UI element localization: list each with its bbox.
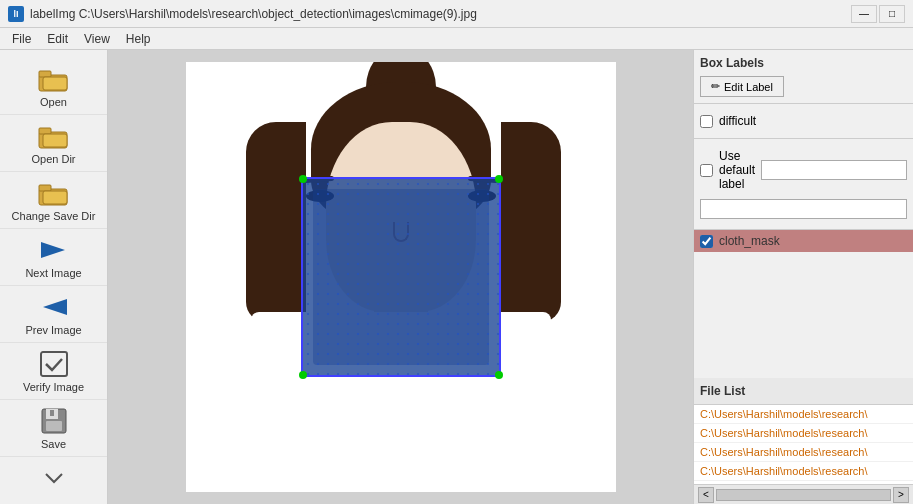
edit-label-button[interactable]: ✏ Edit Label xyxy=(700,76,784,97)
more-button[interactable] xyxy=(0,457,107,499)
change-save-dir-label: Change Save Dir xyxy=(12,210,96,222)
menu-edit[interactable]: Edit xyxy=(39,30,76,48)
open-icon xyxy=(36,64,72,94)
pencil-icon: ✏ xyxy=(711,80,720,93)
verify-image-icon xyxy=(36,349,72,379)
svg-rect-14 xyxy=(46,421,62,431)
file-item[interactable]: C:\Users\Harshil\models\research\ xyxy=(694,462,913,481)
open-dir-label: Open Dir xyxy=(31,153,75,165)
save-icon xyxy=(36,406,72,436)
window-title: labelImg C:\Users\Harshil\models\researc… xyxy=(30,7,851,21)
annotation-box[interactable] xyxy=(301,177,501,377)
open-dir-button[interactable]: Open Dir xyxy=(0,115,107,172)
handle-bottom-left[interactable] xyxy=(299,371,307,379)
label-checkbox-cloth-mask[interactable] xyxy=(700,235,713,248)
use-default-label-text: Use default label xyxy=(719,149,755,191)
handle-top-right[interactable] xyxy=(495,175,503,183)
svg-rect-1 xyxy=(39,71,51,77)
annotated-image xyxy=(186,62,616,492)
box-labels-section: Box Labels ✏ Edit Label xyxy=(694,50,913,104)
main-area: Open Open Dir Change Save xyxy=(0,50,913,504)
svg-marker-10 xyxy=(43,299,67,315)
handle-bottom-right[interactable] xyxy=(495,371,503,379)
difficult-checkbox[interactable] xyxy=(700,115,713,128)
left-toolbar: Open Open Dir Change Save xyxy=(0,50,108,504)
default-label-row: Use default label xyxy=(700,149,907,191)
open-button[interactable]: Open xyxy=(0,58,107,115)
next-image-label: Next Image xyxy=(25,267,81,279)
maximize-button[interactable]: □ xyxy=(879,5,905,23)
next-image-icon xyxy=(36,235,72,265)
default-label-input[interactable] xyxy=(761,160,907,180)
svg-rect-7 xyxy=(39,185,51,191)
svg-rect-5 xyxy=(43,134,67,147)
label-list: cloth_mask xyxy=(694,230,913,252)
label-item-cloth-mask[interactable]: cloth_mask xyxy=(694,230,913,252)
label-search-input[interactable] xyxy=(700,199,907,219)
default-label-section: Use default label xyxy=(694,139,913,230)
file-list-section: File List C:\Users\Harshil\models\resear… xyxy=(694,378,913,504)
open-label: Open xyxy=(40,96,67,108)
minimize-button[interactable]: — xyxy=(851,5,877,23)
label-text-cloth-mask: cloth_mask xyxy=(719,234,780,248)
svg-rect-2 xyxy=(43,77,67,90)
verify-image-label: Verify Image xyxy=(23,381,84,393)
box-labels-header: Box Labels xyxy=(700,56,907,70)
handle-top-left[interactable] xyxy=(299,175,307,183)
scroll-track[interactable] xyxy=(716,489,891,501)
difficult-row: difficult xyxy=(700,114,907,128)
save-label: Save xyxy=(41,438,66,450)
file-list: C:\Users\Harshil\models\research\ C:\Use… xyxy=(694,405,913,484)
svg-marker-9 xyxy=(41,242,65,258)
change-save-dir-icon xyxy=(36,178,72,208)
next-image-button[interactable]: Next Image xyxy=(0,229,107,286)
horizontal-scrollbar[interactable]: < > xyxy=(694,484,913,504)
label-spacer xyxy=(694,252,913,378)
svg-rect-11 xyxy=(41,352,67,376)
file-item[interactable]: C:\Users\Harshil\models\research\ xyxy=(694,405,913,424)
scroll-right-button[interactable]: > xyxy=(893,487,909,503)
menu-bar: File Edit View Help xyxy=(0,28,913,50)
prev-image-label: Prev Image xyxy=(25,324,81,336)
svg-rect-8 xyxy=(43,191,67,204)
prev-image-icon xyxy=(36,292,72,322)
difficult-label: difficult xyxy=(719,114,756,128)
prev-image-button[interactable]: Prev Image xyxy=(0,286,107,343)
use-default-label-checkbox[interactable] xyxy=(700,164,713,177)
app-icon: lI xyxy=(8,6,24,22)
window-controls: — □ xyxy=(851,5,905,23)
verify-image-button[interactable]: Verify Image xyxy=(0,343,107,400)
difficult-section: difficult xyxy=(694,104,913,139)
menu-file[interactable]: File xyxy=(4,30,39,48)
title-bar: lI labelImg C:\Users\Harshil\models\rese… xyxy=(0,0,913,28)
right-panel: Box Labels ✏ Edit Label difficult Use de… xyxy=(693,50,913,504)
chevron-down-icon xyxy=(36,463,72,493)
file-item[interactable]: C:\Users\Harshil\models\research\ xyxy=(694,424,913,443)
open-dir-icon xyxy=(36,121,72,151)
change-save-dir-button[interactable]: Change Save Dir xyxy=(0,172,107,229)
menu-view[interactable]: View xyxy=(76,30,118,48)
file-list-header: File List xyxy=(694,378,913,405)
svg-rect-15 xyxy=(50,410,54,416)
image-container xyxy=(108,50,693,504)
scroll-left-button[interactable]: < xyxy=(698,487,714,503)
menu-help[interactable]: Help xyxy=(118,30,159,48)
canvas-area[interactable] xyxy=(108,50,693,504)
save-button[interactable]: Save xyxy=(0,400,107,457)
file-item[interactable]: C:\Users\Harshil\models\research\ xyxy=(694,443,913,462)
svg-rect-4 xyxy=(39,128,51,134)
